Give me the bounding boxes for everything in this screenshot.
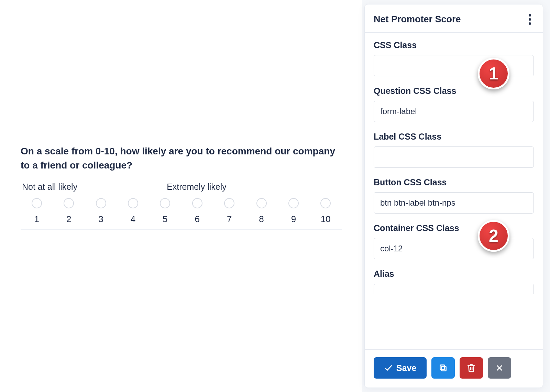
nps-endpoint-labels: Not at all likely Extremely likely [21, 182, 342, 192]
svg-rect-1 [440, 365, 445, 369]
nps-high-label: Extremely likely [167, 182, 227, 192]
panel-body: CSS Class Question CSS Class Label CSS C… [365, 33, 543, 349]
field-settings-panel: Net Promoter Score CSS Class Question CS… [364, 4, 543, 388]
nps-radio-7[interactable] [224, 198, 234, 208]
label-question-css-class: Question CSS Class [374, 86, 534, 96]
nps-low-label: Not at all likely [22, 182, 77, 192]
nps-radio-10[interactable] [320, 198, 331, 208]
nps-option-4[interactable]: 4 [117, 198, 149, 225]
nps-number-label: 7 [227, 214, 232, 225]
nps-option-1[interactable]: 1 [21, 198, 53, 225]
panel-header: Net Promoter Score [365, 4, 543, 33]
annotation-badge-2: 2 [478, 220, 509, 252]
input-alias[interactable] [374, 284, 534, 294]
nps-option-5[interactable]: 5 [149, 198, 181, 225]
field-alias: Alias [374, 269, 534, 294]
nps-options-row: 12345678910 [21, 198, 342, 230]
input-container-css-class[interactable] [374, 238, 534, 259]
label-container-css-class: Container CSS Class [374, 223, 534, 233]
nps-radio-3[interactable] [96, 198, 106, 208]
nps-option-6[interactable]: 6 [181, 198, 213, 225]
duplicate-button[interactable] [431, 357, 455, 379]
nps-option-2[interactable]: 2 [53, 198, 85, 225]
nps-number-label: 10 [321, 214, 331, 225]
nps-question-text: On a scale from 0-10, how likely are you… [21, 144, 342, 172]
nps-number-label: 8 [259, 214, 264, 225]
panel-footer: Save [365, 349, 543, 388]
input-button-css-class[interactable] [374, 192, 534, 214]
label-button-css-class: Button CSS Class [374, 177, 534, 187]
delete-button[interactable] [460, 357, 483, 379]
save-button-label: Save [396, 363, 416, 373]
nps-radio-5[interactable] [160, 198, 170, 208]
nps-radio-9[interactable] [288, 198, 299, 208]
field-question-css-class: Question CSS Class [374, 86, 534, 122]
input-css-class[interactable] [374, 55, 534, 76]
save-button[interactable]: Save [374, 357, 427, 379]
nps-radio-6[interactable] [192, 198, 202, 208]
nps-number-label: 5 [163, 214, 167, 225]
label-css-class: CSS Class [374, 40, 534, 50]
field-button-css-class: Button CSS Class [374, 177, 534, 214]
nps-option-3[interactable]: 3 [85, 198, 117, 225]
nps-option-8[interactable]: 8 [245, 198, 277, 225]
annotation-badge-1: 1 [478, 58, 509, 89]
check-icon [384, 363, 393, 372]
nps-number-label: 4 [131, 214, 135, 225]
nps-number-label: 3 [98, 214, 103, 225]
nps-option-10[interactable]: 10 [310, 198, 342, 225]
input-label-css-class[interactable] [374, 146, 534, 168]
more-options-icon[interactable] [526, 14, 534, 25]
nps-radio-8[interactable] [256, 198, 267, 208]
label-label-css-class: Label CSS Class [374, 132, 534, 142]
svg-rect-0 [442, 367, 446, 371]
nps-number-label: 9 [291, 214, 296, 225]
preview-canvas: On a scale from 0-10, how likely are you… [0, 0, 363, 392]
trash-icon [467, 363, 476, 372]
field-css-class: CSS Class [374, 40, 534, 76]
nps-radio-2[interactable] [64, 198, 74, 208]
nps-option-7[interactable]: 7 [213, 198, 245, 225]
nps-radio-1[interactable] [32, 198, 42, 208]
nps-number-label: 6 [195, 214, 200, 225]
field-label-css-class: Label CSS Class [374, 132, 534, 168]
nps-radio-4[interactable] [128, 198, 138, 208]
close-icon [495, 363, 504, 372]
panel-title: Net Promoter Score [374, 14, 461, 25]
copy-icon [439, 363, 448, 372]
close-button[interactable] [488, 357, 511, 379]
input-question-css-class[interactable] [374, 101, 534, 122]
nps-option-9[interactable]: 9 [277, 198, 309, 225]
nps-number-label: 2 [66, 214, 71, 225]
nps-number-label: 1 [34, 214, 39, 225]
label-alias: Alias [374, 269, 534, 279]
field-container-css-class: Container CSS Class [374, 223, 534, 259]
